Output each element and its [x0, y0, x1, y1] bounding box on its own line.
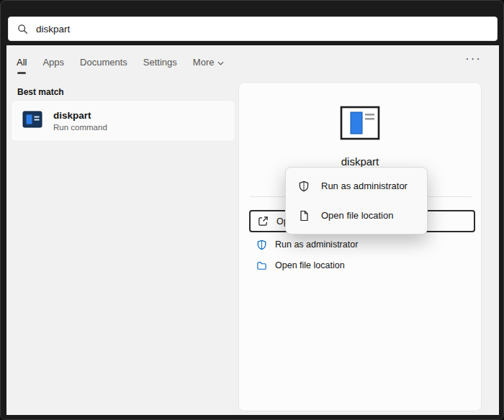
tab-apps[interactable]: Apps	[42, 57, 64, 74]
preview-panel: diskpart Open	[238, 82, 482, 411]
chevron-down-icon	[217, 57, 224, 68]
tab-settings-label: Settings	[143, 57, 177, 68]
result-subtitle: Run command	[53, 123, 107, 132]
menu-open-file-location-label: Open file location	[321, 210, 393, 221]
search-window: diskpart All Apps Documents Settings Mor…	[0, 0, 504, 420]
open-file-location-action[interactable]: Open file location	[251, 257, 351, 274]
preview-title: diskpart	[239, 155, 481, 168]
tab-all[interactable]: All	[17, 57, 27, 74]
tab-documents-label: Documents	[80, 57, 127, 68]
tab-documents[interactable]: Documents	[80, 57, 127, 74]
context-menu: Run as administrator Open file location	[285, 167, 428, 234]
best-match-heading: Best match	[17, 87, 64, 97]
file-location-icon	[298, 210, 310, 222]
menu-item-run-as-admin[interactable]: Run as administrator	[286, 171, 427, 201]
tab-all-label: All	[17, 57, 27, 68]
result-text: diskpart Run command	[53, 110, 107, 132]
result-title: diskpart	[53, 110, 107, 121]
best-match-result[interactable]: diskpart Run command	[11, 100, 235, 142]
shield-icon	[256, 239, 267, 250]
run-as-admin-shield-icon	[298, 181, 310, 192]
run-as-admin-action[interactable]: Run as administrator	[251, 236, 364, 253]
tab-more-label: More	[193, 57, 215, 68]
more-options-button[interactable]: ···	[465, 52, 482, 65]
search-bar[interactable]: diskpart	[8, 17, 498, 41]
diskpart-app-icon	[22, 109, 42, 132]
search-input[interactable]: diskpart	[36, 24, 70, 35]
search-icon	[17, 24, 28, 35]
open-icon	[258, 216, 269, 227]
tab-apps-label: Apps	[42, 57, 64, 68]
tab-settings[interactable]: Settings	[143, 57, 177, 74]
open-file-location-label: Open file location	[275, 260, 345, 270]
filter-tabs: All Apps Documents Settings More	[17, 57, 224, 74]
run-as-admin-label: Run as administrator	[275, 239, 358, 250]
menu-item-open-file-location[interactable]: Open file location	[286, 201, 427, 230]
tab-more[interactable]: More	[193, 57, 225, 74]
menu-run-as-admin-label: Run as administrator	[321, 181, 408, 191]
diskpart-preview-icon	[339, 105, 381, 144]
folder-icon	[256, 260, 267, 271]
